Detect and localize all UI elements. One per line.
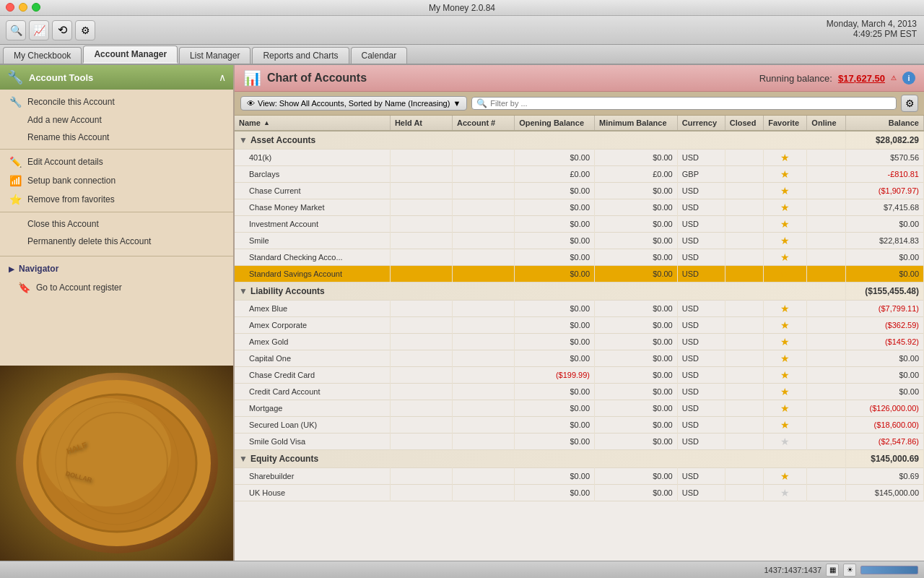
table-row[interactable]: Investment Account $0.00 $0.00 USD ★ $0.…: [235, 216, 924, 233]
col-balance[interactable]: Balance: [846, 116, 924, 131]
sidebar-item-reconcile[interactable]: 🔧 Reconcile this Account: [0, 92, 233, 111]
table-row[interactable]: 401(k) $0.00 $0.00 USD ★ $570.56: [235, 150, 924, 166]
sidebar-item-rename[interactable]: Rename this Account: [0, 129, 233, 146]
table-row[interactable]: Amex Corporate $0.00 $0.00 USD ★ ($362.5…: [235, 317, 924, 334]
account-favorite[interactable]: ★: [764, 233, 807, 249]
table-row[interactable]: UK House $0.00 $0.00 USD ★ $145,000.00: [235, 485, 924, 501]
table-row[interactable]: Secured Loan (UK) $0.00 $0.00 USD ★ ($18…: [235, 417, 924, 434]
table-settings-button[interactable]: ⚙: [901, 95, 918, 112]
account-favorite[interactable]: ★: [764, 367, 807, 384]
table-row[interactable]: Chase Credit Card ($199.99) $0.00 USD ★ …: [235, 367, 924, 384]
maximize-button[interactable]: [32, 3, 40, 12]
account-favorite[interactable]: ★: [764, 485, 807, 501]
sidebar-item-add-account[interactable]: Add a new Account: [0, 111, 233, 129]
col-held-at[interactable]: Held At: [390, 116, 452, 131]
account-balance: $0.00: [846, 350, 924, 367]
running-balance-amount[interactable]: $17,627.50: [838, 73, 885, 84]
account-favorite[interactable]: ★: [764, 266, 807, 282]
account-number: [453, 400, 515, 417]
close-button[interactable]: [6, 3, 14, 12]
col-currency[interactable]: Currency: [677, 116, 725, 131]
table-row[interactable]: Chase Money Market $0.00 $0.00 USD ★ $7,…: [235, 199, 924, 216]
sidebar-item-delete[interactable]: Permanently delete this Account: [0, 233, 233, 250]
account-favorite[interactable]: ★: [764, 216, 807, 233]
table-row[interactable]: Mortgage $0.00 $0.00 USD ★ ($126,000.00): [235, 400, 924, 417]
table-row[interactable]: Chase Current $0.00 $0.00 USD ★ ($1,907.…: [235, 183, 924, 199]
account-favorite[interactable]: ★: [764, 150, 807, 166]
col-minimum[interactable]: Minimum Balance: [595, 116, 678, 131]
sidebar-label-register: Go to Account register: [36, 282, 122, 293]
back-button[interactable]: ⟲: [52, 20, 72, 40]
col-online[interactable]: Online: [807, 116, 846, 131]
account-favorite[interactable]: ★: [764, 183, 807, 199]
account-favorite[interactable]: ★: [764, 417, 807, 434]
account-favorite[interactable]: ★: [764, 334, 807, 350]
group-row[interactable]: ▼Equity Accounts $145,000.69: [235, 450, 924, 468]
table-row[interactable]: Standard Savings Account $0.00 $0.00 USD…: [235, 266, 924, 282]
account-favorite[interactable]: ★: [764, 317, 807, 334]
settings-button[interactable]: ⚙: [75, 20, 95, 40]
group-row[interactable]: ▼Liability Accounts ($155,455.48): [235, 282, 924, 301]
table-row[interactable]: Capital One $0.00 $0.00 USD ★ $0.00: [235, 350, 924, 367]
minimize-button[interactable]: [19, 3, 27, 12]
group-row[interactable]: ▼Asset Accounts $28,082.29: [235, 131, 924, 150]
col-closed[interactable]: Closed: [725, 116, 764, 131]
tab-account-manager[interactable]: Account Manager: [83, 46, 178, 64]
filter-input[interactable]: [487, 98, 892, 109]
account-online: [807, 183, 846, 199]
col-account-num[interactable]: Account #: [453, 116, 515, 131]
tab-checkbook[interactable]: My Checkbook: [3, 47, 82, 64]
tab-calendar[interactable]: Calendar: [351, 47, 408, 64]
table-row[interactable]: Smile Gold Visa $0.00 $0.00 USD ★ ($2,54…: [235, 434, 924, 450]
col-favorite[interactable]: Favorite: [764, 116, 807, 131]
account-held-at: [390, 400, 452, 417]
account-opening: $0.00: [515, 400, 595, 417]
view-selector[interactable]: 👁 View: Show All Accounts, Sorted by Nam…: [240, 96, 467, 111]
table-row[interactable]: Smile $0.00 $0.00 USD ★ $22,814.83: [235, 233, 924, 249]
tab-list-manager[interactable]: List Manager: [179, 47, 250, 64]
account-favorite[interactable]: ★: [764, 350, 807, 367]
account-minimum: $0.00: [595, 216, 678, 233]
sidebar-item-bank-connection[interactable]: 📶 Setup bank connection: [0, 171, 233, 190]
tab-reports-charts[interactable]: Reports and Charts: [252, 47, 349, 64]
group-balance: $145,000.69: [846, 450, 924, 468]
sidebar-item-favorites[interactable]: ⭐ Remove from favorites: [0, 190, 233, 209]
info-icon[interactable]: i: [902, 72, 915, 85]
chart-button[interactable]: 📈: [29, 20, 49, 40]
account-held-at: [390, 249, 452, 266]
account-favorite[interactable]: ★: [764, 468, 807, 485]
account-favorite[interactable]: ★: [764, 301, 807, 317]
running-balance-label: Running balance:: [759, 73, 832, 84]
account-held-at: [390, 367, 452, 384]
navigator-header[interactable]: ▶ Navigator: [0, 259, 233, 278]
search-button[interactable]: 🔍: [6, 20, 26, 40]
table-row[interactable]: Amex Gold $0.00 $0.00 USD ★ ($145.92): [235, 334, 924, 350]
account-closed: [725, 301, 764, 317]
status-icon-2[interactable]: ☀: [843, 564, 856, 577]
account-balance: ($7,799.11): [846, 301, 924, 317]
sidebar-item-close[interactable]: Close this Account: [0, 215, 233, 233]
table-row[interactable]: Barclays £0.00 £0.00 GBP ★ -£810.81: [235, 166, 924, 183]
sidebar-item-register[interactable]: 🔖 Go to Account register: [0, 278, 233, 297]
table-row[interactable]: Sharebuilder $0.00 $0.00 USD ★ $0.69: [235, 468, 924, 485]
account-favorite[interactable]: ★: [764, 166, 807, 183]
col-name[interactable]: Name ▲: [235, 116, 390, 131]
table-row[interactable]: Amex Blue $0.00 $0.00 USD ★ ($7,799.11): [235, 301, 924, 317]
account-favorite[interactable]: ★: [764, 400, 807, 417]
account-favorite[interactable]: ★: [764, 249, 807, 266]
sidebar-item-edit[interactable]: ✏️ Edit Account details: [0, 152, 233, 171]
table-row[interactable]: Standard Checking Acco... $0.00 $0.00 US…: [235, 249, 924, 266]
status-icon-1[interactable]: ▦: [826, 564, 839, 577]
col-opening[interactable]: Opening Balance: [515, 116, 595, 131]
coin-image: HALF DOLLAR: [0, 366, 233, 561]
bank-icon: 📶: [9, 175, 22, 186]
account-online: [807, 150, 846, 166]
account-minimum: $0.00: [595, 150, 678, 166]
account-favorite[interactable]: ★: [764, 199, 807, 216]
sidebar-collapse-button[interactable]: ∧: [219, 72, 226, 83]
account-favorite[interactable]: ★: [764, 384, 807, 400]
account-currency: USD: [677, 334, 725, 350]
table-row[interactable]: Credit Card Account $0.00 $0.00 USD ★ $0…: [235, 384, 924, 400]
account-number: [453, 266, 515, 282]
account-favorite[interactable]: ★: [764, 434, 807, 450]
